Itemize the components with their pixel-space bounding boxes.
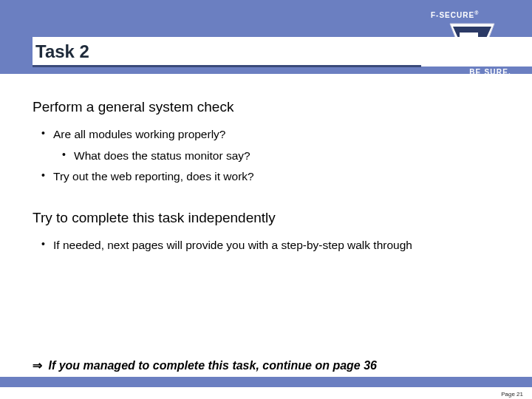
content-area: Perform a general system check Are all m… [0, 74, 532, 256]
title-row: Task 2 [33, 37, 532, 66]
brand-name: F-SECURE® [429, 10, 514, 19]
list-item: If needed, next pages will provide you w… [53, 235, 499, 256]
footer-note: ⇒ If you managed to complete this task, … [33, 358, 377, 372]
bullet-text: If needed, next pages will provide you w… [53, 239, 412, 251]
page-title: Task 2 [33, 41, 89, 62]
section-1-list: Are all modules working properly? What d… [33, 124, 499, 188]
bullet-text: Are all modules working properly? [53, 128, 225, 140]
section-1-heading: Perform a general system check [33, 99, 499, 115]
brand-registered: ® [474, 10, 479, 16]
list-item: Try out the web reporting, does it work? [53, 166, 499, 188]
footer-bar [0, 377, 532, 387]
bullet-text: Try out the web reporting, does it work? [53, 170, 254, 183]
section-2: Try to complete this task independently … [33, 210, 499, 256]
section-2-list: If needed, next pages will provide you w… [33, 235, 499, 256]
section-2-heading: Try to complete this task independently [33, 210, 499, 226]
title-underline [33, 65, 421, 67]
footer-note-text: If you managed to complete this task, co… [48, 359, 377, 372]
section-1: Perform a general system check Are all m… [33, 99, 499, 188]
page-number: Page 21 [501, 391, 523, 398]
bullet-text: What does the status monitor say? [74, 149, 250, 162]
arrow-icon: ⇒ [33, 359, 42, 372]
section-1-sublist: What does the status monitor say? [53, 146, 499, 167]
list-item: What does the status monitor say? [74, 146, 499, 167]
brand-name-text: F-SECURE [431, 11, 474, 19]
list-item: Are all modules working properly? What d… [53, 124, 499, 166]
brand-tagline: BE SURE. [429, 68, 514, 76]
header-band: F-SECURE® BE SURE. Task 2 [0, 0, 532, 74]
